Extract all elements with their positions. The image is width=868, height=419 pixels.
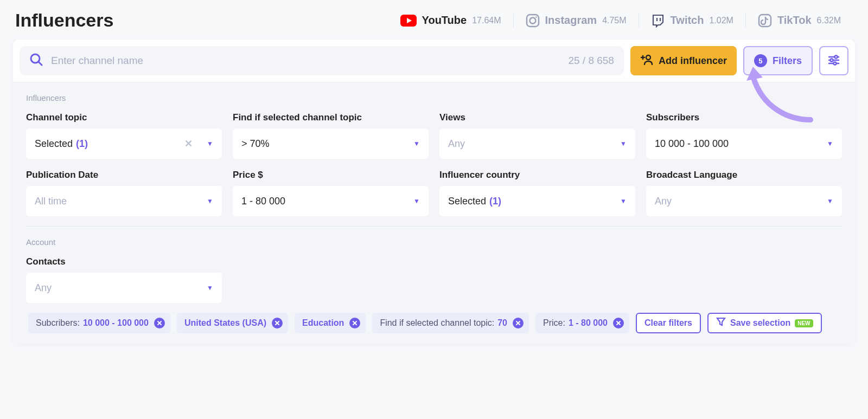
country-select[interactable]: Selected(1) ▼ [439,186,635,216]
chevron-down-icon: ▼ [620,140,627,147]
search-input[interactable] [43,55,563,67]
select-value: > 70% [241,138,270,150]
publication-date-select[interactable]: All time ▼ [26,186,222,216]
channel-topic-select[interactable]: Selected(1) ✕▼ [26,128,222,159]
tiktok-icon [758,14,772,28]
filter-save-icon [716,317,726,329]
button-label: Clear filters [644,318,692,328]
svg-point-17 [834,62,837,65]
chip-remove-icon[interactable] [613,318,624,328]
chip-remove-icon[interactable] [272,318,283,328]
field-label: Channel topic [26,112,222,123]
svg-line-8 [39,62,42,65]
platform-name: Twitch [671,14,704,27]
platform-count: 1.02M [709,16,733,25]
settings-button[interactable] [819,46,848,75]
field-label: Influencer country [439,170,635,181]
price-select[interactable]: 1 - 80 000 ▼ [233,186,429,216]
svg-rect-1 [527,15,539,27]
clear-icon[interactable]: ✕ [184,138,198,150]
svg-point-3 [535,16,537,18]
select-value: 10 000 - 100 000 [655,138,729,150]
select-placeholder: All time [35,196,67,207]
chip-key: Subcribers: [36,318,80,328]
platform-youtube[interactable]: YouTube 17.64M [388,14,513,27]
chevron-down-icon: ▼ [207,140,213,147]
field-label: Views [439,112,635,123]
filter-chip: Price: 1 - 80 000 [535,313,629,333]
filters-count-badge: 5 [754,54,767,67]
field-label: Subscribers [646,112,842,123]
chevron-down-icon: ▼ [207,284,213,292]
field-label: Find if selected channel topic [233,112,429,123]
instagram-icon [526,14,540,28]
select-placeholder: Any [448,138,465,150]
chevron-down-icon: ▼ [207,197,213,205]
save-selection-button[interactable]: Save selection NEW [707,313,822,333]
language-select[interactable]: Any ▼ [646,186,842,216]
filter-chip: United States (USA) [177,313,288,333]
platform-tiktok[interactable]: TikTok 6.32M [745,14,853,28]
filter-chip: Subcribers: 10 000 - 100 000 [28,313,170,333]
chevron-down-icon: ▼ [827,140,833,147]
section-label-account: Account [26,237,842,247]
button-label: Add influencer [659,55,727,67]
select-count: (1) [76,138,88,150]
chip-value: Education [302,318,344,328]
clear-filters-button[interactable]: Clear filters [636,313,701,333]
views-select[interactable]: Any ▼ [439,128,635,159]
divider [26,226,842,227]
search-wrap: 25 / 8 658 [20,46,624,75]
chip-remove-icon[interactable] [349,318,360,328]
select-placeholder: Any [35,282,52,294]
platform-instagram[interactable]: Instagram 4.75M [513,14,639,28]
select-placeholder: Any [655,196,672,207]
platform-twitch[interactable]: Twitch 1.02M [639,14,745,28]
youtube-icon [400,15,417,27]
contacts-select[interactable]: Any ▼ [26,273,222,303]
add-influencer-button[interactable]: Add influencer [630,46,737,75]
button-label: Save selection [730,318,790,328]
chip-remove-icon[interactable] [513,318,524,328]
chip-key: Find if selected channel topic: [380,318,494,328]
chip-value: United States (USA) [184,318,266,328]
add-person-icon [640,54,653,68]
search-icon [29,53,43,69]
chip-value: 70 [497,318,507,328]
platform-name: Instagram [545,14,597,27]
field-label: Contacts [26,256,222,267]
field-label: Broadcast Language [646,170,842,181]
chevron-down-icon: ▼ [620,197,627,205]
chip-key: Price: [543,318,565,328]
platform-count: 6.32M [817,16,841,25]
chip-value: 10 000 - 100 000 [83,318,149,328]
svg-point-15 [831,59,833,61]
select-count: (1) [489,196,501,207]
svg-point-11 [646,55,650,60]
active-filter-chips: Subcribers: 10 000 - 100 000United State… [26,313,842,339]
field-label: Publication Date [26,170,222,181]
twitch-icon [651,14,665,28]
sliders-icon [827,54,840,68]
section-label-influencers: Influencers [26,93,842,102]
chevron-down-icon: ▼ [827,197,833,205]
select-value: 1 - 80 000 [241,196,285,207]
platform-tabs: YouTube 17.64M Instagram 4.75M Twitch 1.… [388,14,853,28]
platform-name: TikTok [777,14,812,27]
topic-percent-select[interactable]: > 70% ▼ [233,128,429,159]
page-title: Influencers [15,10,113,31]
button-label: Filters [773,55,802,67]
svg-point-13 [835,55,838,58]
chip-remove-icon[interactable] [154,318,165,328]
filter-chip: Find if selected channel topic: 70 [372,313,529,333]
chip-value: 1 - 80 000 [569,318,608,328]
chevron-down-icon: ▼ [413,197,420,205]
select-value: Selected [448,196,486,207]
subscribers-select[interactable]: 10 000 - 100 000 ▼ [646,128,842,159]
platform-name: YouTube [422,14,467,27]
platform-count: 17.64M [472,16,501,25]
new-badge: NEW [795,319,813,327]
filters-button[interactable]: 5 Filters [743,46,813,75]
chevron-down-icon: ▼ [413,140,420,147]
filter-chip: Education [295,313,366,333]
